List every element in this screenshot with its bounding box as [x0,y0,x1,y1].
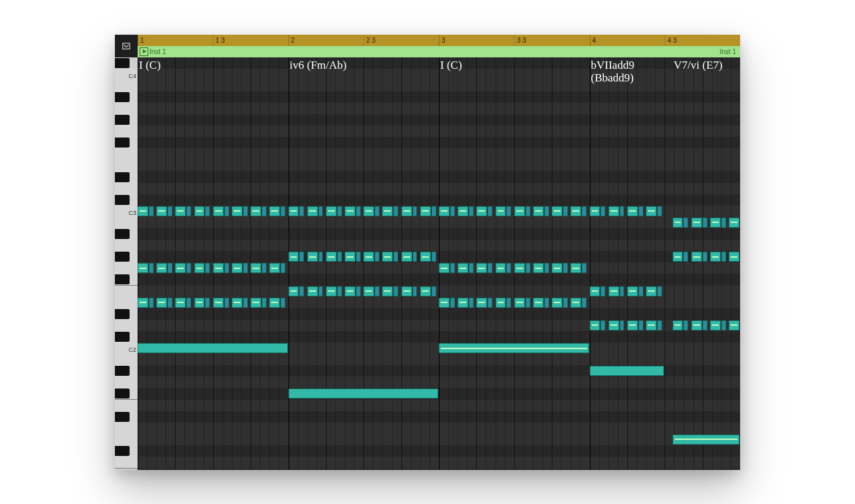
midi-note[interactable] [138,343,288,353]
midi-note[interactable] [382,252,393,262]
midi-note[interactable] [627,206,638,216]
midi-note[interactable] [533,206,544,216]
midi-note[interactable] [168,263,172,273]
midi-note[interactable] [488,206,492,216]
piano-black-key[interactable] [115,389,130,399]
timeline-ruler[interactable]: 11 322 333 344 3 [138,35,740,47]
midi-note[interactable] [469,298,474,308]
midi-note[interactable] [205,263,210,273]
midi-note[interactable] [337,286,342,296]
midi-note[interactable] [488,263,492,273]
midi-note[interactable] [552,206,562,216]
play-icon[interactable] [140,47,148,56]
midi-note[interactable] [526,298,530,308]
midi-note[interactable] [250,263,261,273]
piano-white-key[interactable] [115,423,138,435]
midi-note[interactable] [393,252,398,262]
midi-note[interactable] [420,206,431,216]
midi-note[interactable] [401,252,412,262]
midi-note[interactable] [175,298,186,308]
midi-note[interactable] [496,298,506,308]
midi-note[interactable] [496,263,506,273]
midi-note[interactable] [356,252,361,262]
midi-note[interactable] [289,286,299,296]
midi-note[interactable] [646,286,657,296]
midi-note[interactable] [683,320,688,330]
midi-note[interactable] [262,206,267,216]
midi-note[interactable] [149,206,154,216]
midi-note[interactable] [552,298,562,308]
midi-note[interactable] [156,206,167,216]
midi-note[interactable] [450,298,455,308]
midi-note[interactable] [458,263,468,273]
midi-note[interactable] [307,286,318,296]
midi-note[interactable] [691,218,702,228]
midi-note[interactable] [432,252,436,262]
midi-note[interactable] [506,263,511,273]
midi-note[interactable] [420,286,431,296]
midi-note[interactable] [544,298,549,308]
midi-note[interactable] [469,206,474,216]
midi-note[interactable] [326,286,337,296]
midi-note[interactable] [205,298,210,308]
midi-note[interactable] [469,263,474,273]
midi-note[interactable] [149,298,154,308]
midi-note[interactable] [563,263,568,273]
midi-note[interactable] [590,366,665,376]
midi-note[interactable] [590,206,601,216]
midi-note[interactable] [224,263,229,273]
midi-note[interactable] [721,320,726,330]
midi-note[interactable] [721,218,726,228]
midi-note[interactable] [703,252,707,262]
midi-note[interactable] [363,206,374,216]
midi-note[interactable] [337,206,342,216]
piano-black-key[interactable] [115,115,130,125]
midi-note[interactable] [186,263,191,273]
midi-note[interactable] [363,286,374,296]
midi-note[interactable] [729,218,739,228]
midi-note[interactable] [570,206,581,216]
midi-note[interactable] [657,286,662,296]
piano-black-key[interactable] [115,309,130,319]
midi-note[interactable] [168,206,172,216]
midi-note[interactable] [639,206,643,216]
midi-note[interactable] [620,320,625,330]
midi-note[interactable] [627,320,638,330]
piano-black-key[interactable] [115,195,130,205]
midi-note[interactable] [299,286,304,296]
midi-note[interactable] [289,252,299,262]
piano-black-key[interactable] [115,446,130,456]
midi-note[interactable] [375,206,379,216]
midi-note[interactable] [213,206,224,216]
midi-note[interactable] [289,206,299,216]
midi-note[interactable] [710,218,721,228]
midi-note[interactable] [243,263,248,273]
midi-note[interactable] [620,206,625,216]
midi-note[interactable] [156,263,167,273]
midi-note[interactable] [299,252,304,262]
midi-note[interactable] [401,206,412,216]
midi-note[interactable] [582,298,586,308]
midi-note[interactable] [439,263,450,273]
midi-note[interactable] [439,298,450,308]
midi-note[interactable] [175,206,186,216]
midi-note[interactable] [673,252,683,262]
midi-note[interactable] [413,252,417,262]
piano-black-key[interactable] [115,274,130,284]
midi-note[interactable] [514,298,525,308]
midi-note[interactable] [213,298,224,308]
midi-note[interactable] [609,320,619,330]
midi-note[interactable] [627,286,638,296]
midi-note[interactable] [175,263,186,273]
midi-note[interactable] [570,298,581,308]
midi-note[interactable] [439,206,450,216]
midi-note[interactable] [319,252,323,262]
midi-note[interactable] [186,206,191,216]
midi-note[interactable] [363,252,374,262]
midi-note[interactable] [710,320,721,330]
midi-note[interactable] [526,206,530,216]
midi-note[interactable] [646,320,657,330]
midi-note[interactable] [570,263,581,273]
midi-note[interactable] [382,286,393,296]
midi-note[interactable] [683,252,688,262]
